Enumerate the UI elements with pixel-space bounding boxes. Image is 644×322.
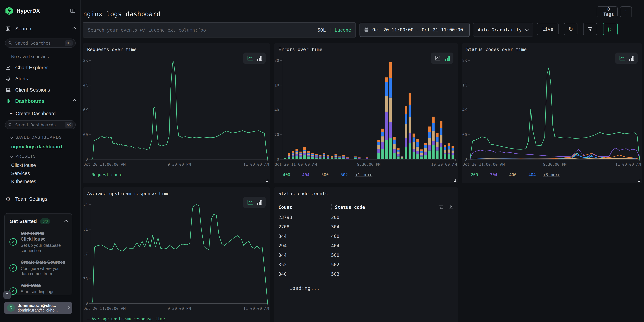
live-button[interactable]: Live [537, 23, 558, 35]
get-started-header[interactable]: Get Started 3/3 [10, 218, 67, 224]
user-menu[interactable]: D dominic.tran@clic... dominic.tran@clic… [4, 302, 72, 314]
divider [0, 35, 81, 35]
line-chart-toggle-icon[interactable] [434, 55, 441, 61]
legend-item[interactable]: —400 [278, 172, 290, 177]
table-row[interactable]: 2708304 [278, 222, 454, 232]
get-started-item-connect[interactable]: ✓ Connect to ClickHouse Set up your data… [10, 230, 67, 253]
sidebar-item-chart-explorer[interactable]: Chart Explorer [0, 63, 81, 72]
filter-button[interactable] [583, 23, 597, 35]
svg-text:800: 800 [83, 132, 88, 137]
sidebar-item-alerts[interactable]: Alerts [0, 74, 81, 84]
create-dashboard-button[interactable]: + Create Dashboard [0, 110, 81, 118]
legend-item[interactable]: —502 [336, 172, 348, 177]
sidebar-item-label: Client Sessions [15, 87, 50, 93]
sidebar-item-search[interactable]: Search [0, 24, 81, 34]
errors-chart[interactable]: 280210140700Oct 20 11:00:00 AM9:30:00 PM… [274, 53, 458, 172]
bar-chart-toggle-icon[interactable] [628, 55, 634, 61]
legend-more-link[interactable]: +1 more [355, 172, 372, 177]
avg-upstream-chart[interactable]: 1.41.10.70.350Oct 20 11:00:00 AM9:30:00 … [83, 197, 270, 316]
search-icon [8, 123, 12, 127]
kebab-menu-button[interactable]: ⋮ [620, 6, 632, 17]
preset-link-kubernetes[interactable]: Kubernetes [11, 179, 36, 184]
sidebar-item-team-settings[interactable]: ⚙ Team Settings [0, 194, 81, 204]
get-started-item-data-sources[interactable]: ✓ Create Data Sources Configure where yo… [10, 259, 67, 276]
preset-link-clickhouse[interactable]: ClickHouse [11, 162, 36, 168]
svg-text:140: 140 [274, 108, 279, 112]
saved-dashboards-header[interactable]: SAVED DASHBOARDS [10, 135, 62, 140]
legend-item[interactable]: —Average upstream response time [87, 316, 165, 321]
date-range-picker[interactable]: Oct 20 11:00:00 - Oct 21 11:00:00 [360, 23, 470, 37]
bar-chart-toggle-icon[interactable] [444, 55, 450, 61]
app-title: HyperDX [16, 8, 40, 14]
table-row[interactable]: 344500 [278, 250, 454, 260]
saved-searches-input[interactable] [15, 40, 62, 46]
status-codes-chart[interactable]: 2.8K2.1K1.4K7000Oct 20 11:00:00 AM9:30:0… [462, 53, 642, 172]
panel-resize-handle[interactable] [266, 179, 268, 182]
chart-legend: —Request count [87, 172, 123, 177]
line-chart-toggle-icon[interactable] [247, 199, 254, 206]
chart-legend: —Average upstream response time [87, 316, 165, 321]
bar-chart-toggle-icon[interactable] [256, 55, 262, 61]
bar-chart-toggle-icon[interactable] [256, 199, 262, 206]
column-header-count[interactable]: Count [278, 204, 331, 210]
sidebar: HyperDX Search ⌘K No saved searches Char… [0, 0, 81, 322]
event-search-bar[interactable]: SQL | Lucene [83, 22, 356, 38]
table-row[interactable]: 23798200 [278, 212, 454, 222]
panel-left-icon [70, 8, 76, 14]
chevron-down-icon [525, 28, 529, 32]
table-row[interactable]: 352502 [278, 260, 454, 269]
legend-item[interactable]: —304 [486, 172, 497, 177]
legend-more-link[interactable]: +3 more [543, 172, 560, 177]
svg-text:1.4K: 1.4K [462, 108, 467, 112]
legend-item[interactable]: —404 [298, 172, 310, 177]
legend-item[interactable]: —400 [505, 172, 516, 177]
run-query-button[interactable]: ▷ [603, 23, 618, 35]
column-resize-handle[interactable] [331, 204, 332, 210]
table-row[interactable]: 344400 [278, 232, 454, 241]
svg-text:9:30:00 PM: 9:30:00 PM [168, 162, 191, 166]
panel-resize-handle[interactable] [454, 179, 456, 182]
svg-text:Oct 20 11:00:00 AM: Oct 20 11:00:00 AM [84, 306, 126, 311]
saved-dashboard-link-nginx[interactable]: nginx logs dashboard [11, 144, 62, 150]
legend-item[interactable]: —404 [524, 172, 536, 177]
avatar: D [7, 304, 15, 312]
legend-item[interactable]: —Request count [87, 172, 123, 177]
saved-dashboards-input[interactable] [15, 122, 62, 128]
saved-dashboards-search[interactable]: ⌘K [5, 120, 76, 130]
sidebar-item-client-sessions[interactable]: Client Sessions [0, 85, 81, 94]
lightning-bolt-icon [5, 7, 13, 15]
sidebar-item-dashboards[interactable]: Dashboards [0, 96, 81, 106]
svg-text:70: 70 [274, 132, 279, 137]
requests-chart[interactable]: 3.2K2.4K1.6K8000Oct 20 11:00:00 AM9:30:0… [83, 53, 270, 172]
granularity-select[interactable]: Auto Granularity [473, 23, 533, 37]
refresh-button[interactable]: ↻ [564, 23, 578, 35]
column-header-status-code[interactable]: Status code [335, 204, 438, 210]
page-title: nginx logs dashboard [83, 10, 160, 18]
download-icon[interactable] [448, 204, 454, 210]
table-row[interactable]: 340503 [278, 269, 454, 279]
sql-mode-toggle[interactable]: SQL [318, 27, 326, 32]
table-row[interactable]: 294404 [278, 241, 454, 250]
get-started-item-subtitle: Set up your database connection [20, 243, 67, 253]
tags-button[interactable]: 0 Tags [597, 6, 618, 17]
chevron-up-icon[interactable] [72, 27, 76, 31]
svg-text:11:00:00 AM: 11:00:00 AM [243, 162, 269, 166]
legend-item[interactable]: —500 [317, 172, 329, 177]
get-started-item-add-data[interactable]: ✓ Add Data Start sending logs, metrics, … [10, 282, 67, 295]
chevron-up-icon[interactable] [72, 99, 76, 103]
saved-searches-search[interactable]: ⌘K [5, 38, 76, 48]
line-chart-toggle-icon[interactable] [619, 55, 626, 61]
line-chart-toggle-icon[interactable] [247, 55, 254, 61]
chevron-up-icon[interactable] [64, 220, 68, 223]
presets-header[interactable]: PRESETS [10, 154, 36, 159]
shortcut-badge: ⌘K [65, 40, 73, 46]
help-button[interactable]: ? [3, 290, 12, 299]
panel-resize-handle[interactable] [638, 179, 640, 182]
preset-link-services[interactable]: Services [11, 171, 30, 176]
lucene-mode-toggle[interactable]: Lucene [334, 27, 351, 32]
shortcut-badge: ⌘K [65, 122, 73, 128]
event-search-input[interactable] [88, 27, 318, 33]
table-options-icon[interactable] [438, 204, 443, 210]
sidebar-collapse-button[interactable] [70, 8, 76, 14]
legend-item[interactable]: —200 [466, 172, 478, 177]
